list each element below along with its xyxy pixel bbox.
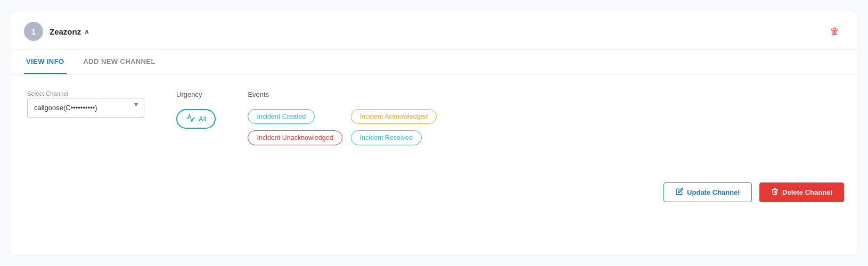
channel-field-group: Select Channel callgoose(C••••••••••) ▾: [27, 90, 144, 118]
select-channel-label: Select Channel: [27, 90, 144, 97]
header-row: 1 Zeazonz ∧ 🗑: [11, 11, 857, 50]
footer-actions: Update Channel Delete Channel: [11, 167, 857, 213]
service-name: Zeazonz ∧: [50, 27, 89, 36]
trash-icon-btn: [771, 188, 779, 197]
tabs-row: VIEW INFO ADD NEW CHANNEL: [11, 50, 857, 74]
urgency-icon: [186, 113, 195, 124]
events-label: Events: [248, 90, 437, 98]
events-section: Events Incident Created Incident Acknowl…: [248, 90, 437, 145]
avatar: 1: [24, 22, 43, 41]
select-channel-dropdown[interactable]: callgoose(C••••••••••): [27, 98, 144, 118]
events-grid: Incident Created Incident Acknowledged I…: [248, 109, 437, 145]
urgency-badge[interactable]: All: [176, 109, 216, 129]
urgency-section: Urgency All: [176, 90, 216, 129]
event-badge-incident-unacknowledged[interactable]: Incident Unacknowledged: [248, 130, 342, 145]
event-badge-incident-resolved[interactable]: Incident Resolved: [351, 130, 422, 145]
event-badge-incident-created[interactable]: Incident Created: [248, 109, 315, 124]
header-left: 1 Zeazonz ∧: [24, 22, 89, 41]
chevron-icon: ∧: [84, 28, 89, 36]
urgency-badge-label: All: [199, 115, 206, 123]
delete-channel-button[interactable]: Delete Channel: [759, 182, 844, 202]
trash-icon: 🗑: [830, 26, 840, 37]
main-card: 1 Zeazonz ∧ 🗑 VIEW INFO ADD NEW CHANNEL …: [11, 11, 857, 255]
tab-add-new-channel[interactable]: ADD NEW CHANNEL: [81, 50, 158, 74]
tab-view-info[interactable]: VIEW INFO: [24, 50, 67, 74]
pencil-icon: [676, 188, 683, 197]
header-delete-button[interactable]: 🗑: [826, 24, 844, 39]
event-badge-incident-acknowledged[interactable]: Incident Acknowledged: [351, 109, 437, 124]
update-channel-button[interactable]: Update Channel: [664, 182, 752, 202]
urgency-label: Urgency: [176, 90, 216, 98]
fields-row: Select Channel callgoose(C••••••••••) ▾ …: [27, 90, 841, 145]
content-area: Select Channel callgoose(C••••••••••) ▾ …: [11, 74, 857, 156]
select-channel-wrapper: Select Channel callgoose(C••••••••••) ▾: [27, 90, 144, 118]
